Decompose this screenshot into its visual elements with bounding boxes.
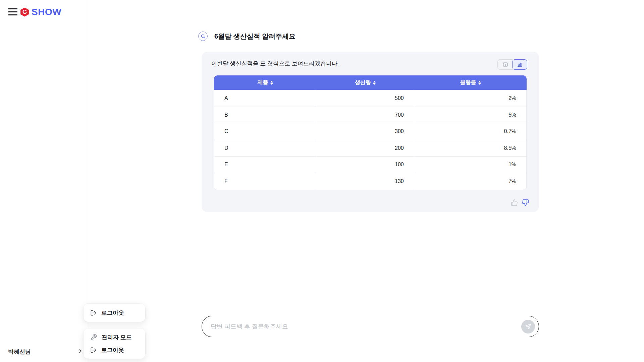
table-icon [502, 62, 508, 67]
sidebar: G SHOW 박혜선님 [0, 0, 87, 362]
cell-production: 300 [316, 123, 414, 140]
menu-item-logout[interactable]: 로그아웃 [84, 344, 145, 356]
cell-product: F [214, 173, 316, 190]
sort-icon [373, 81, 376, 85]
table-header-row: 제품 생산량 불량률 [214, 75, 527, 90]
column-label: 제품 [258, 79, 268, 86]
cell-production: 500 [316, 90, 414, 107]
production-table: 제품 생산량 불량률 A 500 2% B 700 5% [214, 75, 527, 190]
cell-defect-rate: 1% [414, 157, 526, 173]
sort-icon [478, 81, 481, 85]
cell-product: A [214, 90, 316, 107]
column-header-production[interactable]: 생산량 [316, 79, 414, 86]
thumb-up-icon [511, 199, 518, 206]
cell-defect-rate: 0.7% [414, 123, 526, 140]
chart-view-button[interactable] [512, 59, 527, 70]
table-view-button[interactable] [497, 59, 513, 70]
logo-text: SHOW [32, 7, 61, 17]
cell-production: 200 [316, 140, 414, 157]
answer-card: 이번달 생산실적을 표 형식으로 보여드리겠습니다. 제품 생산량 불량률 [202, 52, 539, 212]
table-row: A 500 2% [214, 90, 526, 107]
hamburger-menu-icon[interactable] [8, 8, 18, 15]
logout-icon [90, 310, 97, 316]
cell-defect-rate: 5% [414, 107, 526, 123]
cell-defect-rate: 7% [414, 173, 526, 190]
feedback-buttons [510, 198, 529, 206]
table-body: A 500 2% B 700 5% C 300 0.7% D 200 8.5% … [214, 90, 527, 190]
menu-item-label: 관리자 모드 [102, 334, 132, 341]
query-text: 6월달 생산실적 알려주세요 [214, 32, 296, 41]
menu-item-label: 로그아웃 [101, 309, 124, 317]
cell-production: 100 [316, 157, 414, 173]
cell-product: D [214, 140, 316, 157]
menu-item-admin-mode[interactable]: 관리자 모드 [84, 331, 145, 344]
column-label: 불량률 [460, 79, 476, 86]
table-row: E 100 1% [214, 157, 526, 173]
thumb-down-icon [522, 199, 529, 206]
view-toggle [497, 59, 527, 70]
composer [202, 316, 539, 337]
user-name: 박혜선님 [8, 348, 31, 356]
table-row: F 130 7% [214, 173, 526, 190]
table-row: B 700 5% [214, 107, 526, 124]
logout-popup: 로그아웃 [84, 304, 145, 322]
admin-popup: 관리자 모드 로그아웃 [84, 328, 145, 359]
thumbs-down-button[interactable] [521, 198, 529, 206]
logo-g-icon: G [20, 8, 29, 17]
chat-input[interactable] [202, 323, 521, 330]
cell-product: C [214, 123, 316, 140]
table-row: D 200 8.5% [214, 140, 526, 157]
send-button[interactable] [521, 320, 535, 334]
menu-item-label: 로그아웃 [101, 346, 124, 354]
thumbs-up-button[interactable] [510, 198, 518, 206]
cell-product: B [214, 107, 316, 123]
wrench-icon [90, 334, 97, 341]
answer-message: 이번달 생산실적을 표 형식으로 보여드리겠습니다. [211, 60, 339, 67]
user-query: 6월달 생산실적 알려주세요 [198, 32, 296, 41]
bar-chart-icon [517, 62, 523, 67]
column-label: 생산량 [355, 79, 371, 86]
search-icon [198, 32, 208, 41]
app-logo[interactable]: G SHOW [20, 7, 61, 17]
table-row: C 300 0.7% [214, 123, 526, 140]
cell-product: E [214, 157, 316, 173]
logout-icon [90, 347, 97, 353]
cell-production: 130 [316, 173, 414, 190]
column-header-defect-rate[interactable]: 불량률 [414, 79, 527, 86]
paper-plane-icon [525, 323, 532, 330]
sort-icon [270, 81, 273, 85]
cell-defect-rate: 8.5% [414, 140, 526, 157]
column-header-product[interactable]: 제품 [214, 79, 316, 86]
user-row: 박혜선님 [0, 346, 87, 357]
cell-production: 700 [316, 107, 414, 123]
cell-defect-rate: 2% [414, 90, 526, 107]
menu-item-logout[interactable]: 로그아웃 [84, 306, 145, 319]
